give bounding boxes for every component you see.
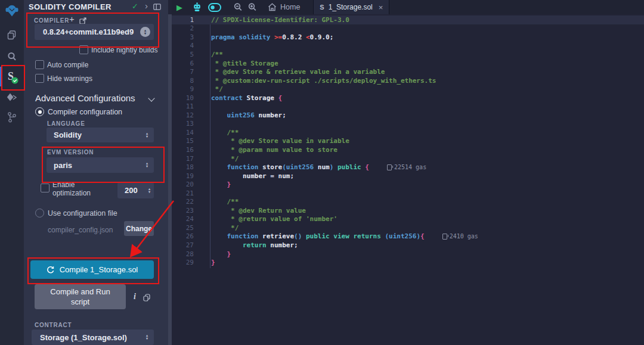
code-line-13[interactable]: 13	[172, 120, 644, 129]
file-tab-label: 1_Storage.sol	[329, 3, 373, 11]
code-text: * @param num value to store	[208, 146, 338, 154]
line-number: 11	[172, 102, 194, 110]
activity-bar: S	[0, 0, 24, 345]
line-number: 2	[172, 24, 194, 32]
line-number: 17	[172, 155, 194, 163]
code-text: number = num;	[208, 172, 294, 180]
code-line-18[interactable]: 18 function store(uint256 num) public {2…	[172, 163, 644, 172]
file-explorer-icon[interactable]	[0, 29, 24, 42]
contract-select[interactable]: Storage (1_Storage.sol) ▴▾	[32, 330, 154, 345]
home-tab[interactable]: Home	[280, 3, 300, 11]
code-line-3[interactable]: 3pragma solidity >=0.8.2 <0.9.0;	[172, 33, 644, 42]
compiler-version-value: 0.8.24+commit.e11b9ed9	[35, 27, 140, 36]
line-number: 24	[172, 215, 194, 223]
run-script-icon[interactable]: ▶	[177, 3, 182, 12]
code-line-6[interactable]: 6 * @title Storage	[172, 59, 644, 68]
code-line-16[interactable]: 16 * @param num value to store	[172, 145, 644, 154]
chevron-down-icon[interactable]	[148, 95, 154, 101]
include-nightly-checkbox[interactable]	[79, 45, 88, 54]
close-tab-icon[interactable]: ×	[379, 3, 383, 12]
compiler-configuration-radio[interactable]	[35, 107, 44, 116]
compiler-version-select[interactable]: 0.8.24+commit.e11b9ed9 ▴▾	[35, 24, 154, 40]
code-line-12[interactable]: 12 uint256 number;	[172, 111, 644, 120]
line-number: 6	[172, 60, 194, 67]
remix-logo[interactable]	[0, 2, 24, 19]
hide-warnings-checkbox[interactable]	[35, 74, 44, 83]
code-editor[interactable]: 1// SPDX-License-Identifier: GPL-3.023pr…	[172, 14, 644, 345]
code-line-11[interactable]: 11	[172, 102, 644, 111]
zoom-out-icon[interactable]	[233, 2, 243, 12]
gas-estimate-badge: 2410 gas	[442, 233, 478, 240]
file-tab-storage[interactable]: S 1_Storage.sol ×	[313, 0, 389, 14]
advanced-configurations-title[interactable]: Advanced Configurations	[35, 93, 135, 103]
git-branch-icon[interactable]	[0, 111, 24, 124]
code-line-28[interactable]: 28 }	[172, 250, 644, 259]
code-line-8[interactable]: 8 * @custom:dev-run-script ./scripts/dep…	[172, 76, 644, 85]
ai-assistant-icon[interactable]	[192, 2, 202, 12]
line-number: 26	[172, 232, 194, 240]
compiler-configuration-label: Compiler configuration	[48, 108, 122, 116]
line-number: 3	[172, 33, 194, 41]
code-text: /**	[208, 129, 239, 136]
solidity-compiler-icon[interactable]: S	[0, 67, 24, 86]
optimization-runs-input[interactable]: 200 ▴▾	[117, 182, 154, 198]
home-icon[interactable]	[268, 3, 277, 11]
enable-optimization-checkbox[interactable]	[41, 184, 49, 192]
compile-and-run-button[interactable]: Compile and Run script	[35, 284, 126, 309]
expand-panel-icon[interactable]: ›	[145, 1, 148, 11]
code-text: * @title Storage	[208, 60, 278, 67]
code-line-4[interactable]: 4	[172, 42, 644, 51]
evm-stepper-icon: ▴▾	[146, 162, 148, 168]
code-line-25[interactable]: 25 */	[172, 223, 644, 232]
code-line-2[interactable]: 2	[172, 24, 644, 33]
code-line-21[interactable]: 21	[172, 189, 644, 198]
code-line-1[interactable]: 1// SPDX-License-Identifier: GPL-3.0	[172, 15, 644, 24]
change-config-button[interactable]: Change	[124, 221, 154, 236]
deploy-run-icon[interactable]	[0, 91, 24, 104]
code-line-7[interactable]: 7 * @dev Store & retrieve value in a var…	[172, 67, 644, 76]
evm-version-value: paris	[47, 161, 146, 170]
code-text: function retrieve() public view returns …	[208, 232, 425, 240]
compile-button[interactable]: Compile 1_Storage.sol	[30, 260, 154, 279]
code-line-5[interactable]: 5/**	[172, 50, 644, 59]
line-number: 14	[172, 129, 194, 136]
code-line-10[interactable]: 10contract Storage {	[172, 94, 644, 102]
copy-icon[interactable]	[143, 293, 150, 304]
code-line-22[interactable]: 22 /**	[172, 197, 644, 206]
zoom-in-icon[interactable]	[247, 2, 257, 12]
code-line-20[interactable]: 20 }	[172, 180, 644, 189]
evm-version-label: EVM VERSION	[47, 149, 94, 156]
code-text: /**	[208, 51, 223, 58]
line-number: 19	[172, 172, 194, 180]
code-line-26[interactable]: 26 function retrieve() public view retur…	[172, 232, 644, 241]
add-compiler-icon[interactable]: +	[69, 14, 75, 24]
optimization-runs-value: 200	[117, 186, 148, 195]
language-value: Solidity	[47, 130, 146, 139]
code-line-9[interactable]: 9 */	[172, 85, 644, 94]
pin-panel-icon[interactable]	[153, 3, 161, 12]
code-line-29[interactable]: 29}	[172, 258, 644, 267]
language-select[interactable]: Solidity ▴▾	[47, 128, 154, 142]
editor-area: ▶	[172, 0, 644, 345]
code-line-15[interactable]: 15 * @dev Store value in variable	[172, 137, 644, 146]
info-icon[interactable]: i	[134, 292, 136, 302]
code-text: /**	[208, 198, 239, 206]
use-config-file-radio[interactable]	[35, 209, 44, 217]
code-text: * @dev Store & retrieve value in a varia…	[208, 68, 385, 76]
code-line-27[interactable]: 27 return number;	[172, 241, 644, 250]
auto-compile-label: Auto compile	[47, 61, 88, 69]
enable-optimization-label: Enable optimization	[52, 181, 100, 197]
code-line-19[interactable]: 19 number = num;	[172, 172, 644, 181]
evm-version-select[interactable]: paris ▴▾	[47, 157, 154, 173]
ai-copilot-toggle-icon[interactable]	[208, 3, 221, 12]
code-line-23[interactable]: 23 * @dev Return value	[172, 206, 644, 215]
auto-compile-checkbox[interactable]	[35, 60, 44, 69]
panel-title: SOLIDITY COMPILER	[29, 2, 112, 11]
use-config-file-label: Use configuration file	[48, 209, 117, 217]
code-line-17[interactable]: 17 */	[172, 154, 644, 163]
code-line-14[interactable]: 14 /**	[172, 128, 644, 137]
search-icon[interactable]	[0, 50, 24, 63]
code-line-24[interactable]: 24 * @return value of 'number'	[172, 215, 644, 224]
line-number: 1	[172, 16, 194, 24]
code-text: */	[208, 224, 239, 232]
